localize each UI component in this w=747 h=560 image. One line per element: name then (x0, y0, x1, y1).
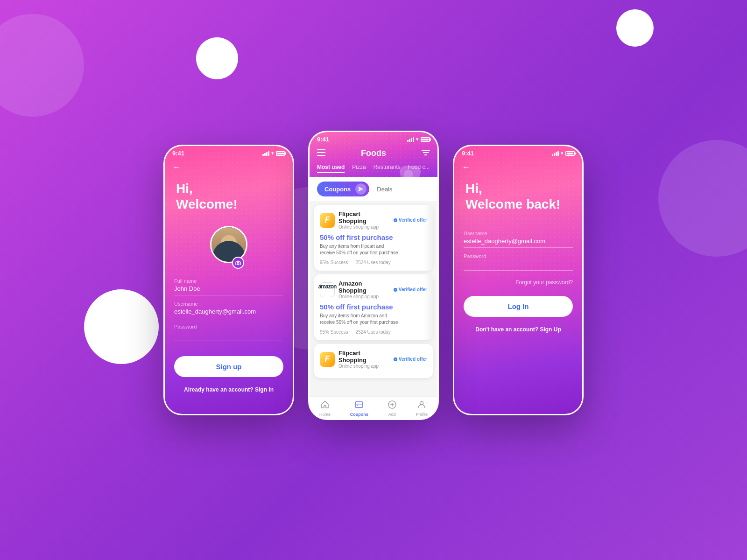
verified-badge-1: Verified offer (394, 217, 427, 223)
footer-text-left: Already have an account? Sign In (165, 386, 293, 393)
foods-phone: 9:41 ▾ (308, 131, 439, 420)
svg-point-1 (237, 263, 239, 265)
login-button[interactable]: Log In (464, 296, 573, 317)
time-right: 9:41 (462, 150, 474, 157)
verified-icon-3 (394, 357, 397, 361)
coupon-card-flipkart-2[interactable]: F Flipcart Shopping Online shoping app V… (314, 344, 433, 378)
password-field-right[interactable]: Password (464, 253, 573, 271)
cloud-deco-inner (404, 170, 413, 179)
wifi-icon-right: ▾ (561, 150, 564, 156)
username-field-right[interactable]: Username estelle_daugherty@gmail.com (464, 231, 573, 248)
coupon-offer-1: 50% off first purchase (320, 233, 427, 241)
toggle-coupons[interactable]: Coupons (320, 185, 355, 194)
footer-text-right: Don't have an account? Sign Up (454, 326, 582, 333)
nav-add[interactable]: Add (388, 400, 396, 417)
status-icons-center: ▾ (407, 136, 430, 142)
tab-most-used[interactable]: Most used (317, 164, 345, 173)
filter-area (422, 149, 430, 158)
phones-container: 9:41 ▾ ← (163, 140, 584, 420)
verified-icon-1 (394, 218, 397, 222)
camera-button[interactable] (232, 257, 244, 269)
back-button-left[interactable]: ← (165, 159, 293, 176)
success-2: 95% Success (320, 329, 348, 335)
coupon-offer-2: 50% off first purchase (320, 303, 427, 311)
amazon-logo: amazon ⌒ (320, 282, 335, 297)
username-label-right: Username (464, 231, 573, 236)
toggle-deals[interactable]: Deals (369, 185, 400, 194)
welcome-section-left: Hi, Welcome! (165, 176, 293, 221)
svg-point-9 (357, 405, 358, 406)
coupon-desc-2: Buy any items from Amazon and receive 50… (320, 313, 427, 326)
verified-badge-2: Verified offer (394, 287, 427, 292)
battery-icon-center (421, 137, 430, 142)
status-bar-right: 9:41 ▾ (454, 146, 582, 159)
status-bar-center: 9:41 ▾ (310, 132, 437, 145)
foods-title: Foods (361, 148, 386, 158)
password-label-left: Password (174, 324, 283, 329)
shop-subtitle-3: Online shoping app (338, 364, 390, 369)
foods-header: 9:41 ▾ (310, 132, 437, 177)
time-left: 9:41 (172, 150, 184, 157)
fullname-value: John Doe (174, 285, 283, 292)
svg-rect-8 (355, 402, 363, 407)
shop-info-1: Flipcart Shopping Online shoping app (338, 210, 390, 230)
coupon-desc-1: Buy any items from flipcart and receive … (320, 243, 427, 256)
username-value-right: estelle_daugherty@gmail.com (464, 238, 573, 245)
wifi-icon: ▾ (271, 150, 274, 156)
nav-coupons[interactable]: Coupons (350, 400, 368, 417)
signal-icon-center (407, 137, 414, 142)
shop-info-2: Amazon Shopping Online shoping app (338, 280, 390, 299)
fullname-label: Full name (174, 278, 283, 284)
shop-name-1: Flipcart Shopping (338, 210, 390, 224)
coupons-icon (355, 400, 363, 411)
shop-info-3: Flipcart Shopping Online shoping app (338, 350, 390, 369)
status-icons-right: ▾ (552, 150, 575, 156)
tab-pizza[interactable]: Pizza (352, 164, 366, 173)
nav-coupons-label: Coupons (350, 412, 368, 417)
tab-restaurants[interactable]: Resturants (374, 164, 401, 173)
flipkart-logo: F (320, 213, 335, 228)
shop-name-3: Flipcart Shopping (338, 350, 390, 364)
welcome-heading-left: Hi, Welcome! (176, 181, 282, 212)
verified-icon-2 (394, 288, 397, 292)
hamburger-icon[interactable] (317, 149, 325, 158)
profile-icon (417, 400, 426, 411)
shop-subtitle-1: Online shoping app (338, 224, 390, 230)
password-field-left[interactable]: Password (174, 324, 283, 341)
nav-profile-label: Profile (416, 412, 428, 417)
bottom-nav: Home Coupons (310, 396, 437, 419)
forgot-password[interactable]: Forgot your password? (454, 276, 582, 288)
svg-rect-4 (317, 155, 325, 156)
deco-circle-1 (0, 14, 84, 117)
toggle-pill[interactable]: Coupons (317, 182, 369, 196)
card-expand-2 (423, 274, 433, 340)
password-value-left (174, 331, 283, 338)
camera-icon (235, 260, 241, 265)
fullname-field[interactable]: Full name John Doe (174, 278, 283, 295)
time-center: 9:41 (317, 136, 329, 143)
status-bar-left: 9:41 ▾ (165, 146, 293, 159)
coupon-card-amazon[interactable]: amazon ⌒ Amazon Shopping Online shoping … (314, 274, 433, 340)
username-field-left[interactable]: Username estelle_daugherty@gmail.com (174, 301, 283, 318)
nav-add-label: Add (388, 412, 396, 417)
nav-profile[interactable]: Profile (416, 400, 428, 417)
deco-circle-2 (84, 289, 159, 364)
coupon-stats-1: 95% Success 2524 Uses today (320, 260, 427, 265)
svg-rect-3 (317, 152, 325, 153)
back-button-right[interactable]: ← (454, 159, 582, 176)
coupon-card-flipkart[interactable]: F Flipcart Shopping Online shoping app V… (314, 205, 433, 271)
signal-icon-right (552, 151, 559, 156)
uses-1: 2524 Uses today (356, 260, 391, 265)
success-1: 95% Success (320, 260, 348, 265)
filter-icon[interactable] (422, 149, 430, 158)
coupon-stats-2: 95% Success 2524 Uses today (320, 329, 427, 335)
signup-button[interactable]: Sign up (174, 356, 283, 377)
nav-home[interactable]: Home (319, 400, 331, 417)
username-value-left: estelle_daugherty@gmail.com (174, 308, 283, 315)
status-icons-left: ▾ (262, 150, 285, 156)
password-value-right (464, 260, 573, 267)
welcome-heading-right: Hi, Welcome back! (465, 181, 571, 212)
username-label-left: Username (174, 301, 283, 307)
coupon-header-2: amazon ⌒ Amazon Shopping Online shoping … (320, 280, 427, 299)
battery-icon (276, 151, 285, 156)
